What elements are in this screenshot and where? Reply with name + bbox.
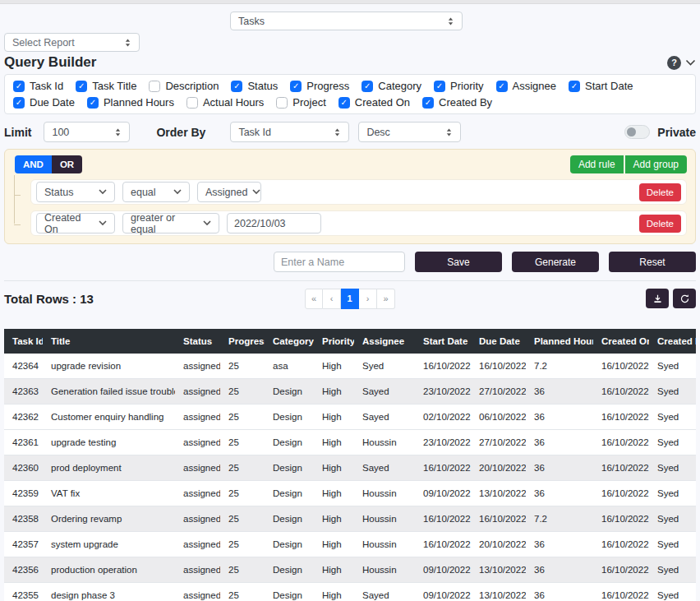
field-checkbox-description[interactable]: Description [149, 80, 219, 92]
toggle-knob-icon [627, 127, 636, 136]
delete-rule-button[interactable]: Delete [639, 183, 681, 201]
cell: Houssin [354, 506, 415, 532]
download-button[interactable] [646, 289, 669, 308]
cell: assigned [175, 481, 220, 506]
cell: upgrade testing [43, 430, 175, 455]
column-header-assignee: Assignee [354, 329, 415, 354]
field-checkbox-status[interactable]: ✓Status [231, 80, 278, 92]
field-checkbox-priority[interactable]: ✓Priority [434, 80, 483, 92]
delete-rule-button[interactable]: Delete [639, 215, 681, 233]
chevron-down-icon [99, 220, 107, 226]
last-page-button[interactable]: » [377, 289, 395, 309]
report-type-row: Tasks [4, 4, 696, 30]
limit-select[interactable]: 100 [44, 122, 130, 142]
private-toggle[interactable] [624, 125, 650, 139]
cell: Design [265, 557, 314, 583]
field-checkbox-assignee[interactable]: ✓Assignee [496, 80, 556, 92]
field-checkbox-progress[interactable]: ✓Progress [290, 80, 349, 92]
report-type-select[interactable]: Tasks [230, 12, 463, 30]
rule-operator-select[interactable]: equal [122, 182, 190, 202]
cell: 25 [220, 481, 265, 506]
checked-checkbox-icon: ✓ [338, 97, 350, 109]
updown-caret-icon [445, 127, 453, 137]
cell: 25 [220, 557, 265, 583]
rule-row: Status equal Assigned Delete [30, 179, 687, 205]
limit-label: Limit [4, 126, 31, 139]
field-checkbox-task-title[interactable]: ✓Task Title [76, 80, 136, 92]
field-checkbox-category[interactable]: ✓Category [362, 80, 421, 92]
cell: 42364 [4, 354, 43, 379]
cell: 16/10/2022 [593, 583, 649, 601]
and-button[interactable]: AND [15, 155, 52, 173]
previous-page-button[interactable]: ‹ [323, 289, 341, 309]
order-field-select[interactable]: Task Id [230, 122, 349, 142]
reset-button[interactable]: Reset [609, 252, 696, 272]
cell: Syed [649, 506, 696, 532]
cell: Syed [649, 354, 696, 379]
field-label: Planned Hours [104, 96, 174, 109]
cell: upgrade revision [43, 354, 175, 379]
checked-checkbox-icon: ✓ [569, 81, 580, 92]
cell: 27/10/2022 [471, 430, 526, 455]
field-checkbox-start-date[interactable]: ✓Start Date [569, 80, 633, 92]
rule-field-select[interactable]: Status [36, 182, 115, 202]
total-rows-text: Total Rows : 13 [4, 292, 94, 306]
cell: Houssin [354, 532, 415, 557]
rule-value: Assigned [205, 187, 247, 198]
field-checkbox-due-date[interactable]: ✓Due Date [13, 96, 75, 109]
cell: Sayed [354, 379, 415, 405]
rule-field-value: Created On [44, 212, 94, 235]
query-group: AND OR Add rule Add group Status equal A… [4, 149, 696, 244]
or-button[interactable]: OR [52, 155, 82, 173]
cell: Syed [649, 532, 696, 557]
field-checkbox-actual-hours[interactable]: Actual Hours [187, 96, 264, 109]
add-rule-button[interactable]: Add rule [570, 155, 624, 173]
unchecked-checkbox-icon [187, 97, 198, 109]
add-group-button[interactable]: Add group [625, 155, 687, 173]
saved-report-select[interactable]: Select Report [4, 33, 140, 52]
cell: assigned [175, 557, 220, 583]
rule-field-select[interactable]: Created On [36, 213, 115, 233]
cell: 13/10/2022 [471, 557, 526, 583]
cell: 16/10/2022 [415, 532, 471, 557]
cell: Ordering revamp [43, 506, 175, 532]
field-checkbox-project[interactable]: Project [276, 96, 325, 109]
generate-button[interactable]: Generate [512, 252, 599, 272]
report-name-input[interactable] [274, 252, 405, 272]
help-icon[interactable]: ? [667, 56, 681, 70]
order-direction-value: Desc [366, 127, 389, 138]
rule-value-input[interactable] [227, 213, 321, 233]
cell: 16/10/2022 [593, 455, 649, 481]
page-1-button[interactable]: 1 [341, 289, 359, 309]
field-checkbox-task-id[interactable]: ✓Task Id [13, 80, 63, 92]
order-direction-select[interactable]: Desc [358, 122, 461, 142]
field-label: Category [378, 80, 421, 92]
chevron-down-icon[interactable] [685, 59, 696, 67]
rule-value-select[interactable]: Assigned [197, 182, 261, 202]
tree-connector-line [14, 224, 21, 225]
cell: system upgrade [43, 532, 175, 557]
cell: 42361 [4, 430, 43, 455]
save-button[interactable]: Save [415, 252, 502, 272]
refresh-button[interactable] [673, 289, 696, 308]
updown-caret-icon [114, 127, 122, 137]
field-checkbox-planned-hours[interactable]: ✓Planned Hours [87, 96, 174, 109]
header-icons: ? [667, 56, 696, 70]
report-type-value: Tasks [238, 16, 265, 27]
cell: assigned [175, 405, 220, 430]
cell: 16/10/2022 [593, 405, 649, 430]
column-header-start-date: Start Date [415, 329, 471, 354]
cell: assigned [175, 379, 220, 405]
cell: 25 [220, 532, 265, 557]
table-row: 42362Customer enquiry handlingassigned25… [4, 405, 696, 430]
cell: Syed [649, 405, 696, 430]
field-checkbox-created-on[interactable]: ✓Created On [338, 96, 410, 109]
results-table: Task IdTitleStatusProgressCategoryPriori… [4, 329, 696, 601]
field-checkbox-created-by[interactable]: ✓Created By [422, 96, 492, 109]
next-page-button[interactable]: › [359, 289, 377, 309]
cell: High [314, 354, 354, 379]
rule-operator-select[interactable]: greater or equal [122, 213, 219, 233]
checked-checkbox-icon: ✓ [422, 97, 434, 109]
first-page-button[interactable]: « [305, 289, 323, 309]
cell: Syed [649, 430, 696, 455]
